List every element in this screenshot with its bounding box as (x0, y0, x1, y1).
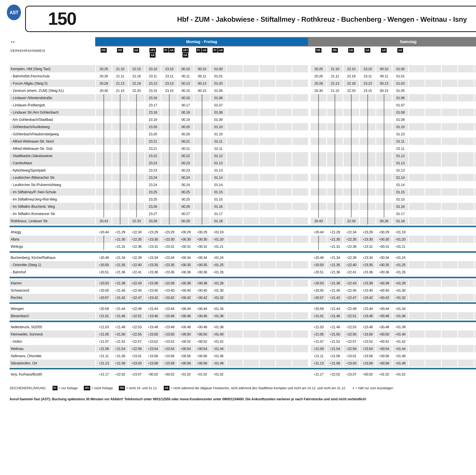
skip-squiggle-icon (350, 130, 353, 138)
time-cell: ◖00.34 (375, 254, 392, 261)
time-cell (259, 217, 275, 224)
time-cell: ◖21.03 (310, 323, 326, 330)
time-cell (226, 159, 243, 166)
time-cell: ◖00.52 (193, 338, 210, 345)
skip-squiggle-icon (119, 101, 121, 109)
time-cell (425, 94, 441, 101)
time-cell: ◖21.52 (326, 338, 343, 345)
skip-squiggle-icon (135, 196, 138, 203)
time-cell (457, 236, 474, 243)
time-cell: ◖22.39 (128, 254, 144, 261)
time-cell (375, 203, 392, 210)
station-name: - Stadtbadstr./Jakobswiese (10, 152, 95, 159)
time-cell: 01.15 (392, 188, 408, 196)
time-cell: ◖22.57 (343, 338, 359, 345)
time-cell (243, 243, 259, 250)
time-cell (474, 73, 476, 80)
time-cell: ◖20.53 (310, 279, 326, 287)
time-cell (128, 196, 144, 203)
time-cell: ◖23.56 (144, 352, 161, 360)
time-cell (457, 87, 474, 94)
time-cell: 23.18 (144, 109, 161, 116)
alight-only-icon: ◖ (346, 361, 348, 365)
time-cell (226, 345, 243, 352)
time-cell: ◖23.42 (359, 294, 375, 301)
alight-only-icon: ◖ (213, 314, 215, 317)
time-cell (275, 352, 292, 360)
section-gap (308, 188, 310, 196)
time-cell: ◖00.54 (375, 345, 392, 352)
table-row: Isny, Kurhaus/Busbf.◖21.17◖22.02◖23.07◖0… (10, 370, 476, 378)
time-cell (343, 145, 359, 152)
time-cell: ◖23.44 (161, 305, 177, 312)
time-cell (275, 261, 292, 268)
alight-only-icon: ◖ (395, 347, 397, 350)
service-tag-line: HS (101, 48, 106, 53)
alight-only-icon: ◖ (148, 245, 149, 248)
table-row: Sibratshofen, Ort◖21.13◖21.58◖23.03◖23.5… (10, 360, 476, 367)
section-gap (308, 312, 310, 319)
service-tag-line: nA (134, 48, 139, 53)
alight-only-icon: ◖ (313, 347, 315, 350)
time-cell: ◖00.58 (177, 360, 193, 367)
skip-squiggle-icon (135, 123, 138, 130)
skip-squiggle-icon (317, 196, 320, 203)
time-cell: ◖00.56 (177, 352, 193, 360)
service-tag-line: nA (381, 48, 387, 53)
time-cell: ◖23.48 (359, 323, 375, 330)
time-cell: ◖23.42 (144, 294, 161, 301)
alight-only-icon: ◖ (181, 288, 182, 292)
time-cell (112, 94, 128, 101)
time-cell (457, 196, 474, 203)
time-cell (259, 210, 275, 217)
time-cell: 01.10 (210, 130, 226, 138)
time-cell (193, 196, 210, 203)
time-cell (161, 109, 177, 116)
time-cell: 23.13 (161, 80, 177, 87)
alight-only-icon: ◖ (115, 230, 117, 234)
time-cell (128, 188, 144, 196)
time-cell: 01.01 (392, 73, 408, 80)
table-row: - Leutkircher Str./Pulvermühlweg23.2400.… (10, 181, 476, 188)
alight-only-icon: ◖ (363, 314, 364, 317)
section-gap (308, 203, 310, 210)
time-cell: 23.10 (144, 65, 161, 73)
time-cell (226, 94, 243, 101)
scale-wrapper: AST 150 Hbf - ZUM - Jakobwiese - Stiftal… (0, 0, 476, 475)
time-cell (193, 188, 210, 196)
time-cell (226, 338, 243, 345)
time-cell: ◖21.05 (95, 330, 112, 338)
alight-only-icon: ◖ (132, 288, 133, 292)
time-cell (359, 174, 375, 181)
alight-only-icon: ◖ (346, 296, 348, 299)
time-cell: 20.30 (95, 87, 112, 94)
table-row: - Im Stiftallmey/Jerg-Rist-Weg23.2500.25… (10, 196, 476, 203)
alight-only-icon: ◖ (213, 347, 215, 350)
alight-only-icon: ◖ (313, 230, 315, 234)
time-cell (193, 181, 210, 188)
time-cell (95, 94, 112, 101)
time-cell (457, 130, 474, 138)
skip-squiggle-icon (201, 123, 203, 130)
time-cell (243, 181, 259, 188)
time-cell (259, 116, 275, 123)
time-cell (457, 370, 474, 378)
station-name: - Lindauer-/Westendstraße (10, 94, 95, 101)
skip-squiggle-icon (383, 94, 385, 101)
time-cell (95, 203, 112, 210)
time-cell: 23.20 (144, 123, 161, 130)
skip-squiggle-icon (201, 203, 203, 210)
time-cell (441, 254, 457, 261)
time-cell (243, 94, 259, 101)
time-cell: ◖01.52 (392, 370, 408, 378)
time-cell (112, 217, 128, 224)
dayband-strip: Montag - Freitag Samstag Sonn-/Feiertag (95, 37, 476, 47)
time-cell: ◖22.43 (128, 279, 144, 287)
alight-only-icon: ◖ (379, 307, 380, 310)
time-cell: ◖00.35 (193, 261, 210, 268)
time-cell (275, 65, 292, 73)
table-row: Ahegg◖20.44◖21.29◖22.34◖23.29◖23.29◖00.2… (10, 228, 476, 236)
time-cell (243, 87, 259, 94)
time-cell (112, 123, 128, 130)
alight-only-icon: ◖ (181, 256, 182, 259)
